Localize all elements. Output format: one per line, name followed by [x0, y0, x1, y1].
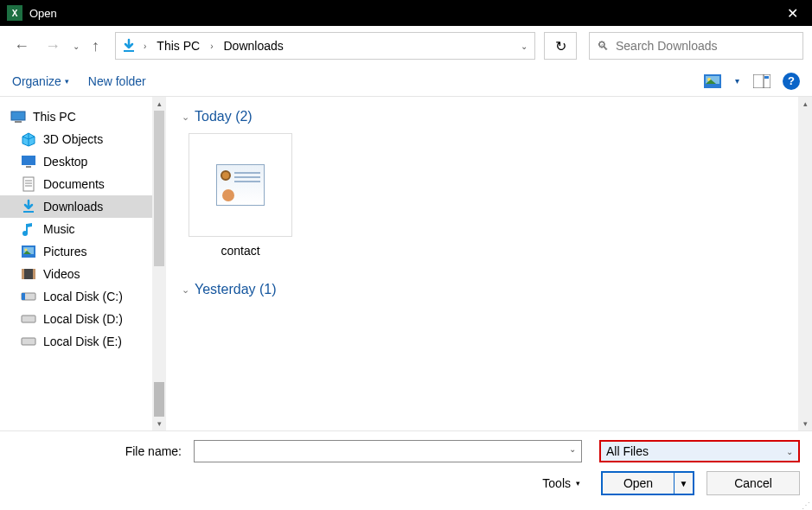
file-thumbnail [189, 133, 292, 237]
command-bar: Organize▾ New folder ▾ ? [0, 66, 812, 97]
refresh-button[interactable]: ↻ [544, 32, 577, 60]
tree-this-pc[interactable]: This PC [0, 105, 154, 128]
close-button[interactable]: ✕ [780, 5, 805, 22]
svg-rect-8 [15, 121, 22, 123]
help-button[interactable]: ? [783, 73, 800, 90]
resize-grip[interactable]: ⋰ [802, 503, 810, 508]
forward-button[interactable]: → [40, 35, 66, 57]
tree-local-disk-d[interactable]: Local Disk (D:) [0, 308, 154, 330]
up-button[interactable]: ↑ [86, 35, 105, 57]
music-icon [21, 221, 36, 237]
open-button[interactable]: Open ▼ [601, 471, 694, 495]
chevron-right-icon[interactable]: › [208, 41, 214, 51]
svg-rect-21 [22, 269, 24, 279]
address-bar[interactable]: › This PC › Downloads ⌄ [115, 32, 535, 60]
svg-rect-22 [33, 269, 35, 279]
navigation-row: ← → ⌄ ↑ › This PC › Downloads ⌄ ↻ 🔍︎ Sea… [0, 26, 812, 66]
file-label: contact [189, 237, 292, 258]
scroll-down-icon[interactable]: ▾ [152, 417, 166, 430]
group-today[interactable]: ⌄ Today (2) [182, 105, 796, 133]
dialog-footer: File name: ⌄ All Files ⌄ Tools ▾ Open ▼ … [0, 430, 812, 510]
pc-icon [10, 109, 26, 124]
breadcrumb-this-pc[interactable]: This PC [153, 37, 203, 54]
window-title: Open [29, 7, 780, 20]
chevron-down-icon: ⌄ [182, 112, 189, 123]
scroll-up-icon[interactable]: ▴ [798, 97, 812, 111]
tree-videos[interactable]: Videos [0, 263, 154, 285]
tree-desktop[interactable]: Desktop [0, 150, 154, 173]
titlebar: X Open ✕ [0, 0, 812, 26]
organize-menu[interactable]: Organize▾ [12, 74, 69, 88]
document-icon [21, 176, 36, 192]
history-dropdown[interactable]: ⌄ [71, 40, 81, 53]
svg-rect-11 [23, 177, 34, 191]
svg-rect-6 [764, 76, 769, 79]
chevron-down-icon: ⌄ [182, 284, 189, 296]
tree-documents[interactable]: Documents [0, 173, 154, 195]
tree-scrollbar[interactable]: ▴ ▾ [152, 97, 166, 430]
search-placeholder: Search Downloads [616, 39, 718, 53]
svg-rect-9 [22, 156, 35, 165]
svg-rect-0 [124, 50, 134, 52]
tools-menu[interactable]: Tools ▾ [542, 476, 580, 490]
tree-scroll-thumb-lower[interactable] [154, 382, 164, 417]
cancel-button[interactable]: Cancel [707, 471, 800, 495]
tree-downloads[interactable]: Downloads [0, 195, 154, 218]
main-area: This PC 3D Objects Desktop Documents Dow… [0, 97, 812, 430]
preview-pane-button[interactable] [753, 74, 770, 88]
filename-label: File name: [12, 444, 185, 458]
svg-rect-10 [26, 166, 31, 168]
downloads-folder-icon [121, 38, 137, 54]
tree-3d-objects[interactable]: 3D Objects [0, 128, 154, 150]
tree-pictures[interactable]: Pictures [0, 240, 154, 263]
disk-icon [21, 289, 36, 304]
file-contact[interactable]: contact [189, 133, 292, 258]
search-input[interactable]: 🔍︎ Search Downloads [589, 32, 803, 60]
address-dropdown[interactable]: ⌄ [519, 40, 529, 53]
filetype-dropdown[interactable]: All Files ⌄ [599, 440, 800, 462]
navigation-pane: This PC 3D Objects Desktop Documents Dow… [0, 97, 166, 430]
excel-app-icon: X [7, 5, 22, 21]
back-button[interactable]: ← [9, 35, 35, 57]
view-thumbnails-button[interactable] [704, 74, 721, 88]
svg-rect-15 [23, 211, 34, 213]
download-icon [21, 199, 36, 214]
chevron-right-icon[interactable]: › [142, 41, 148, 51]
svg-rect-24 [22, 293, 25, 300]
scroll-up-icon[interactable]: ▴ [152, 97, 166, 111]
desktop-icon [21, 154, 36, 169]
open-dropdown[interactable]: ▼ [674, 473, 693, 494]
tree-music[interactable]: Music [0, 218, 154, 240]
disk-icon [21, 311, 36, 327]
tree-scroll-thumb[interactable] [154, 111, 164, 266]
svg-point-16 [22, 231, 28, 236]
tree-local-disk-e[interactable]: Local Disk (E:) [0, 330, 154, 353]
file-list-pane: ⌄ Today (2) contact ⌄ Yeste [166, 97, 812, 430]
video-icon [21, 266, 36, 282]
new-folder-button[interactable]: New folder [88, 74, 146, 88]
breadcrumb-downloads[interactable]: Downloads [220, 37, 286, 54]
file-grid-today: contact [182, 133, 796, 278]
picture-icon [21, 244, 36, 259]
chevron-down-icon[interactable]: ⌄ [569, 444, 576, 454]
tree-local-disk-c[interactable]: Local Disk (C:) [0, 285, 154, 308]
chevron-down-icon: ⌄ [786, 447, 793, 456]
cube-icon [21, 131, 36, 147]
group-yesterday[interactable]: ⌄ Yesterday (1) [182, 278, 796, 306]
disk-icon [21, 334, 36, 349]
content-scrollbar[interactable]: ▴ ▾ [798, 97, 812, 430]
filename-input[interactable]: ⌄ [194, 440, 582, 462]
svg-rect-26 [22, 338, 35, 345]
search-icon: 🔍︎ [597, 39, 609, 53]
view-dropdown[interactable]: ▾ [733, 74, 741, 87]
svg-rect-25 [22, 316, 35, 322]
svg-rect-7 [11, 112, 25, 120]
scroll-down-icon[interactable]: ▾ [798, 417, 812, 430]
